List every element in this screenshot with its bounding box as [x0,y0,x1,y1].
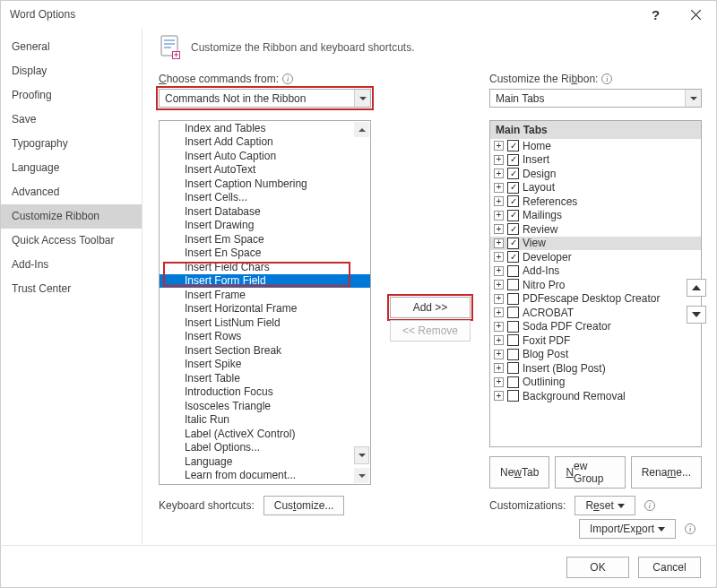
checkbox[interactable] [507,279,519,290]
ok-button[interactable]: OK [566,557,629,578]
sidebar-item[interactable]: Save [1,108,142,132]
expand-icon[interactable]: + [494,196,504,206]
tree-item[interactable]: +Developer [490,250,701,264]
checkbox[interactable] [507,293,519,305]
list-item[interactable]: Insert ListNum Field [160,316,370,330]
help-button[interactable]: ? [635,1,676,28]
list-dropdown-button[interactable] [354,446,369,464]
tree-item[interactable]: +Design [490,167,701,181]
list-item[interactable]: Insert Database [160,204,370,219]
list-item[interactable]: Insert Rows [160,330,370,344]
expand-icon[interactable]: + [494,141,504,151]
checkbox[interactable] [507,182,519,194]
info-icon[interactable]: i [601,74,612,84]
checkbox[interactable] [507,223,519,235]
expand-icon[interactable]: + [494,363,504,373]
list-item[interactable]: Insert Horizontal Frame [160,302,370,316]
expand-icon[interactable]: + [494,350,504,359]
sidebar-item[interactable]: Customize Ribbon [1,204,142,229]
close-button[interactable] [676,1,716,28]
new-group-button[interactable]: New Group [555,456,625,489]
list-item[interactable]: Isosceles Triangle [160,399,370,413]
tree-item[interactable]: +Nitro Pro [490,278,701,292]
import-export-button[interactable]: Import/Export [579,519,676,539]
checkbox[interactable] [507,251,519,263]
list-item[interactable]: Insert Caption Numbering [160,177,370,191]
tree-item[interactable]: +Foxit PDF [490,333,701,348]
sidebar-item[interactable]: Typography [1,132,142,156]
tree-item[interactable]: +Insert [490,153,701,168]
sidebar-item[interactable]: Advanced [1,180,142,204]
checkbox[interactable] [507,265,519,277]
ribbon-tree[interactable]: Main Tabs +Home+Insert+Design+Layout+Ref… [489,120,702,447]
cancel-button[interactable]: Cancel [638,557,701,578]
list-item[interactable]: Italic Run [160,413,370,428]
checkbox[interactable] [507,376,519,388]
customize-kb-button[interactable]: Customize... [263,496,345,515]
tree-item[interactable]: +PDFescape Desktop Creator [490,292,701,307]
checkbox[interactable] [507,154,519,166]
move-down-button[interactable] [687,306,706,324]
tree-item[interactable]: +ACROBAT [490,306,701,320]
expand-icon[interactable]: + [494,224,504,234]
list-item[interactable]: Left Brace [160,482,370,484]
tree-item[interactable]: +Review [490,222,701,237]
expand-icon[interactable]: + [494,266,504,276]
expand-icon[interactable]: + [494,377,504,387]
rename-button[interactable]: Rename... [631,456,702,489]
tree-item[interactable]: +Add-Ins [490,264,701,279]
sidebar-item[interactable]: Quick Access Toolbar [1,229,142,253]
expand-icon[interactable]: + [494,280,504,290]
list-item[interactable]: Insert Add Caption [160,135,370,150]
scroll-up-button[interactable] [354,122,369,137]
list-item[interactable]: Insert Frame [160,288,370,302]
list-item[interactable]: Insert AutoText [160,163,370,177]
sidebar-item[interactable]: Add-Ins [1,253,142,277]
list-item[interactable]: Index and Tables [160,121,370,135]
scroll-down-button[interactable] [354,468,369,483]
list-item[interactable]: Insert Section Break [160,343,370,358]
info-icon[interactable]: i [644,500,655,511]
tree-item[interactable]: +Soda PDF Creator [490,320,701,334]
expand-icon[interactable]: + [494,169,504,178]
list-item[interactable]: Insert Table [160,371,370,385]
expand-icon[interactable]: + [494,183,504,193]
expand-icon[interactable]: + [494,307,504,317]
sidebar-item[interactable]: Trust Center [1,277,142,301]
customize-ribbon-combo[interactable]: Main Tabs [489,89,702,108]
new-tab-button[interactable]: New Tab [489,456,549,489]
expand-icon[interactable]: + [494,322,504,332]
list-item[interactable]: Insert Auto Caption [160,149,370,163]
checkbox[interactable] [507,140,519,151]
list-item[interactable]: Insert Drawing [160,219,370,233]
list-item[interactable]: Insert Cells... [160,191,370,205]
list-item[interactable]: Label Options... [160,441,370,455]
checkbox[interactable] [507,349,519,360]
checkbox[interactable] [507,321,519,333]
reset-button[interactable]: Reset [574,496,635,515]
tree-item[interactable]: +Mailings [490,209,701,223]
list-item[interactable]: Insert Em Space [160,232,370,246]
list-item[interactable]: Label (ActiveX Control) [160,427,370,441]
list-item[interactable]: Insert Form Field [160,274,370,289]
expand-icon[interactable]: + [494,335,504,345]
expand-icon[interactable]: + [494,211,504,220]
tree-item[interactable]: +View [490,237,701,251]
expand-icon[interactable]: + [494,391,504,401]
add-button[interactable]: Add >> [390,297,471,318]
tree-item[interactable]: +Blog Post [490,348,701,362]
choose-commands-combo[interactable]: Commands Not in the Ribbon [159,89,371,108]
tree-item[interactable]: +Insert (Blog Post) [490,361,701,376]
checkbox[interactable] [507,362,519,374]
info-icon[interactable]: i [685,523,695,534]
tree-item[interactable]: +References [490,195,701,209]
tree-item[interactable]: +Layout [490,181,701,195]
tree-item[interactable]: +Home [490,139,701,153]
checkbox[interactable] [507,390,519,402]
expand-icon[interactable]: + [494,252,504,262]
sidebar-item[interactable]: General [1,35,142,59]
sidebar-item[interactable]: Proofing [1,83,142,108]
tree-item[interactable]: +Background Removal [490,389,701,403]
move-up-button[interactable] [687,279,706,297]
sidebar-item[interactable]: Display [1,59,142,83]
